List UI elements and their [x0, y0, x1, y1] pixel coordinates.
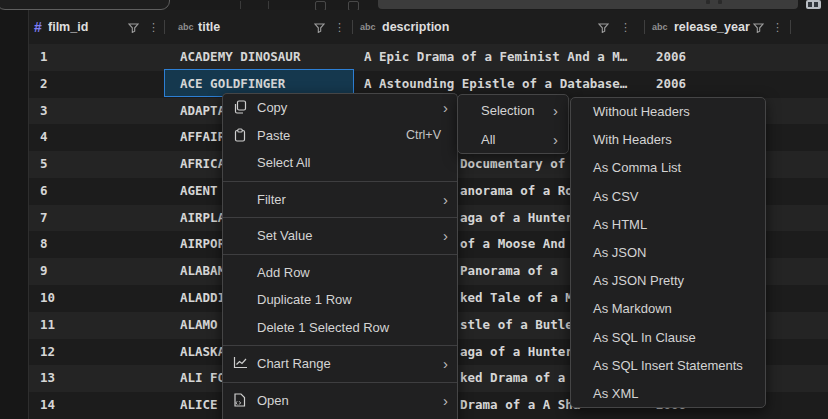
cell-release-year[interactable]: 2006	[656, 44, 686, 71]
panel-layout-icon[interactable]	[806, 0, 821, 9]
row-header[interactable]	[0, 339, 29, 366]
cell-title[interactable]: AGENT	[180, 178, 218, 205]
menu-item-open[interactable]: Open›	[223, 387, 457, 415]
cell-title[interactable]: AIRPLA	[180, 205, 225, 232]
menu-item-as-comma-list[interactable]: As Comma List	[571, 154, 765, 182]
row-header[interactable]	[0, 392, 29, 419]
menu-item-selection[interactable]: Selection›	[458, 96, 568, 125]
column-menu-icon[interactable]: ⋮	[334, 10, 345, 44]
column-header-title[interactable]: title	[198, 10, 220, 44]
menu-item-without-headers[interactable]: Without Headers	[571, 98, 765, 126]
menu-item-label: As Markdown	[593, 301, 672, 316]
column-header-release_year[interactable]: release_year	[674, 10, 750, 44]
menu-item-select-all[interactable]: Select All	[223, 149, 457, 177]
row-header[interactable]	[0, 178, 29, 205]
column-menu-icon[interactable]: ⋮	[772, 10, 783, 44]
filter-icon[interactable]	[128, 23, 139, 33]
cell-film-id[interactable]: 3	[40, 98, 48, 125]
cell-title[interactable]: AIRPOR	[180, 231, 225, 258]
row-header[interactable]	[0, 365, 29, 392]
menu-item-set-value[interactable]: Set Value›	[223, 222, 457, 250]
filter-icon[interactable]	[314, 23, 325, 33]
cell-release-year[interactable]: 2006	[656, 71, 686, 98]
menu-item-as-sql-insert-statements[interactable]: As SQL Insert Statements	[571, 352, 765, 380]
menu-item-as-json[interactable]: As JSON	[571, 239, 765, 267]
cell-description[interactable]: ked Tale of a Ma	[460, 285, 580, 312]
cell-title[interactable]: ACADEMY DINOSAUR	[180, 44, 300, 71]
menu-item-with-headers[interactable]: With Headers	[571, 126, 765, 154]
menu-item-as-xml[interactable]: As XML	[571, 380, 765, 408]
cell-description[interactable]: ked Drama of a	[460, 365, 565, 392]
column-header-description[interactable]: description	[382, 10, 449, 44]
menu-item-filter[interactable]: Filter›	[223, 186, 457, 214]
menu-item-label: Without Headers	[593, 104, 690, 119]
cell-title[interactable]: ALICE	[180, 392, 218, 419]
menu-item-add-row[interactable]: Add Row	[223, 259, 457, 287]
menu-item-chart-range[interactable]: Chart Range›	[223, 350, 457, 378]
search-input[interactable]	[378, 0, 798, 9]
cell-description[interactable]: Panorama of a	[460, 258, 558, 285]
filter-icon[interactable]	[598, 23, 609, 33]
cell-film-id[interactable]: 11	[40, 312, 55, 339]
submenu-arrow-icon: ›	[553, 96, 558, 125]
cell-film-id[interactable]: 8	[40, 231, 48, 258]
cell-film-id[interactable]: 1	[40, 44, 48, 71]
cell-title[interactable]: AFFAIR	[180, 124, 225, 151]
column-header-film_id[interactable]: film_id	[48, 10, 88, 44]
cell-film-id[interactable]: 5	[40, 151, 48, 178]
cell-film-id[interactable]: 2	[40, 71, 48, 98]
menu-separator	[223, 378, 457, 387]
row-header[interactable]	[0, 205, 29, 232]
cell-description[interactable]: aga of a Hunter	[460, 205, 573, 232]
menu-item-as-csv[interactable]: As CSV	[571, 183, 765, 211]
cell-description[interactable]: Drama of a A Sha	[460, 392, 580, 419]
row-header[interactable]	[0, 124, 29, 151]
menu-item-delete-1-selected-row[interactable]: Delete 1 Selected Row	[223, 314, 457, 342]
cell-film-id[interactable]: 9	[40, 258, 48, 285]
row-header[interactable]	[0, 98, 29, 125]
cell-film-id[interactable]: 14	[40, 392, 55, 419]
cell-title[interactable]: ALI FO	[180, 365, 225, 392]
cell-description[interactable]: Documentary of	[460, 151, 565, 178]
row-header[interactable]	[0, 285, 29, 312]
column-divider	[352, 20, 353, 34]
cell-title[interactable]: ALADDI	[180, 285, 225, 312]
cell-description[interactable]: aga of a Hunter	[460, 339, 573, 366]
cell-title[interactable]: ALASKA	[180, 339, 225, 366]
menu-item-copy[interactable]: Copy›	[223, 94, 457, 122]
menu-item-all[interactable]: All›	[458, 125, 568, 154]
cell-film-id[interactable]: 13	[40, 365, 55, 392]
menu-item-duplicate-1-row[interactable]: Duplicate 1 Row	[223, 286, 457, 314]
menu-item-as-json-pretty[interactable]: As JSON Pretty	[571, 267, 765, 295]
cell-title[interactable]: ALAMO	[180, 312, 218, 339]
column-menu-icon[interactable]: ⋮	[620, 10, 631, 44]
cell-title[interactable]: AFRICA	[180, 151, 225, 178]
cell-film-id[interactable]: 10	[40, 285, 55, 312]
row-header[interactable]	[0, 312, 29, 339]
cell-film-id[interactable]: 4	[40, 124, 48, 151]
cell-description[interactable]: anorama of a Rob	[460, 178, 580, 205]
cell-film-id[interactable]: 7	[40, 205, 48, 232]
column-menu-icon[interactable]: ⋮	[148, 10, 159, 44]
row-header[interactable]	[0, 71, 29, 98]
results-tab[interactable]	[0, 0, 170, 10]
cell-film-id[interactable]: 12	[40, 339, 55, 366]
row-header[interactable]	[0, 258, 29, 285]
cell-title[interactable]: ADAPTA	[180, 98, 225, 125]
filter-icon[interactable]	[753, 23, 764, 33]
menu-item-as-html[interactable]: As HTML	[571, 211, 765, 239]
cell-title[interactable]: ALABAM	[180, 258, 225, 285]
context-menu: Copy›PasteCtrl+VSelect AllFilter›Set Val…	[222, 93, 458, 419]
row-header[interactable]	[0, 44, 29, 71]
menu-item-as-sql-in-clause[interactable]: As SQL In Clause	[571, 324, 765, 352]
row-header[interactable]	[0, 231, 29, 258]
cell-description[interactable]: stle of a Butler	[460, 312, 580, 339]
menu-item-as-markdown[interactable]: As Markdown	[571, 295, 765, 323]
menu-item-paste[interactable]: PasteCtrl+V	[223, 122, 457, 150]
row-header[interactable]	[0, 151, 29, 178]
cell-description[interactable]: A Epic Drama of a Feminist And a M…	[364, 44, 627, 71]
menu-item-label: Select All	[257, 155, 310, 170]
toolbar-divider	[268, 1, 269, 9]
cell-description[interactable]: of a Moose And a	[460, 231, 580, 258]
cell-film-id[interactable]: 6	[40, 178, 48, 205]
